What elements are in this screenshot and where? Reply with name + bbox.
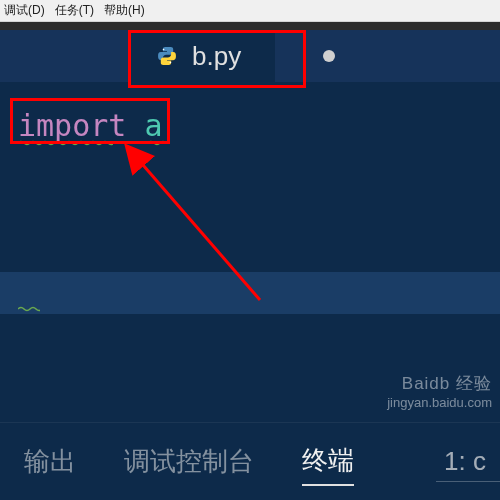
terminal-selector[interactable]: 1: c [436,442,500,482]
watermark-url: jingyan.baidu.com [387,395,492,412]
svg-point-1 [170,62,172,64]
watermark: Baidb 经验 jingyan.baidu.com [387,373,492,412]
menu-bar[interactable]: 调试(D) 任务(T) 帮助(H) [0,0,500,22]
modified-indicator-icon [323,50,335,62]
title-bar [0,22,500,30]
panel-tab-debug-console[interactable]: 调试控制台 [124,438,254,485]
code-line: import a [18,108,482,143]
panel-tab-output[interactable]: 输出 [24,438,76,485]
tab-bar: b.py [0,30,500,82]
menu-help[interactable]: 帮助(H) [104,2,145,19]
python-file-icon [156,45,178,67]
svg-point-0 [163,49,165,51]
lint-squiggle-icon [148,140,167,146]
watermark-brand: Baidb 经验 [387,373,492,395]
panel-tab-terminal[interactable]: 终端 [302,437,354,486]
lint-squiggle-icon [18,140,113,146]
menu-tasks[interactable]: 任务(T) [55,2,94,19]
lint-squiggle-icon [18,306,40,314]
active-line-highlight [0,272,500,314]
menu-debug[interactable]: 调试(D) [4,2,45,19]
code-editor[interactable]: import a [0,82,500,169]
keyword-import: import [18,108,126,143]
bottom-panel: 输出 调试控制台 终端 1: c [0,422,500,500]
editor-tab[interactable]: b.py [130,30,275,82]
module-name: a [144,108,162,143]
tab-filename: b.py [192,41,241,72]
